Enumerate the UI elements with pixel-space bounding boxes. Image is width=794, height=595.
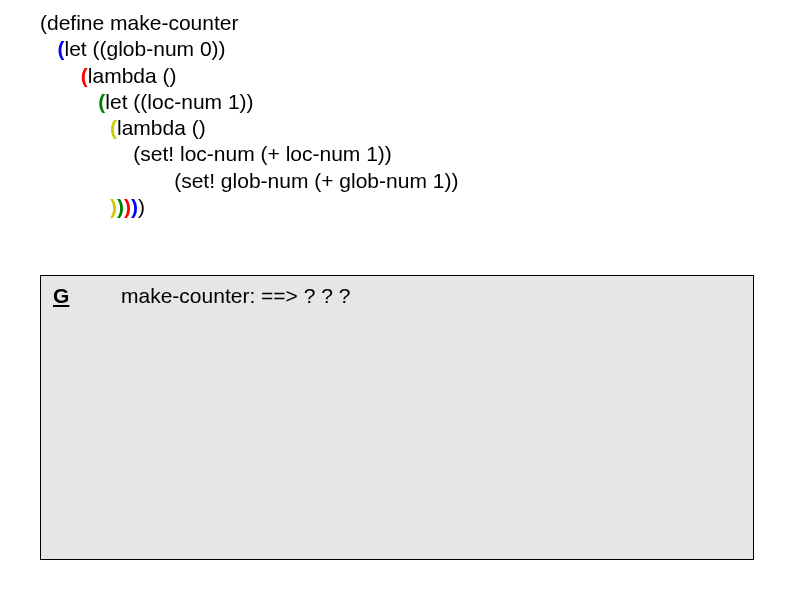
environment-row: G make-counter: ==> ? ? ? — [53, 284, 741, 308]
code-line-1: (define make-counter — [40, 10, 458, 36]
environment-label: G — [53, 284, 121, 308]
environment-value: make-counter: ==> ? ? ? — [121, 284, 741, 308]
paren-close-red: ) — [124, 195, 131, 218]
code-line-2: (let ((glob-num 0)) — [40, 36, 458, 62]
code-line-8: ))))) — [40, 194, 458, 220]
code-line-3: (lambda () — [40, 63, 458, 89]
paren-close-yellow: ) — [110, 195, 117, 218]
code-line-5: (lambda () — [40, 115, 458, 141]
code-line-4: (let ((loc-num 1)) — [40, 89, 458, 115]
paren-open-red: ( — [81, 64, 88, 87]
paren-close-green: ) — [117, 195, 124, 218]
code-line-7: (set! glob-num (+ glob-num 1)) — [40, 168, 458, 194]
code-block: (define make-counter (let ((glob-num 0))… — [40, 10, 458, 220]
paren-close-blue: ) — [131, 195, 138, 218]
code-line-6: (set! loc-num (+ loc-num 1)) — [40, 141, 458, 167]
paren-open-yellow: ( — [110, 116, 117, 139]
paren-open-blue: ( — [58, 37, 65, 60]
environment-box: G make-counter: ==> ? ? ? — [40, 275, 754, 560]
